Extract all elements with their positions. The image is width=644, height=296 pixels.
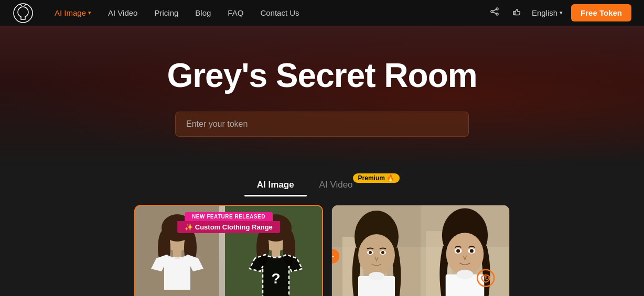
logo[interactable] xyxy=(13,3,34,24)
nav-item-faq[interactable]: FAQ xyxy=(228,8,243,17)
banner-top-label: NEW FEATURE RELEASED xyxy=(185,212,273,221)
token-input-wrapper xyxy=(175,112,469,137)
svg-point-45 xyxy=(456,249,460,253)
share-button[interactable] xyxy=(488,5,501,21)
tabs-section: AI Image AI Video Premium 🔥 NEW FEATURE … xyxy=(0,167,644,296)
language-selector[interactable]: English xyxy=(532,8,563,17)
hero-title: Grey's Secret Room xyxy=(167,56,477,95)
tab-ai-image[interactable]: AI Image xyxy=(244,176,307,196)
svg-text:↻: ↻ xyxy=(484,275,489,282)
svg-line-1 xyxy=(20,4,22,6)
tabs-bar: AI Image AI Video Premium 🔥 xyxy=(0,167,644,196)
like-button[interactable] xyxy=(510,5,523,21)
svg-text:?: ? xyxy=(271,270,280,287)
premium-badge: Premium 🔥 xyxy=(353,173,400,183)
banner-bottom-label: ✨ Custom Clothing Range xyxy=(177,221,280,233)
svg-point-4 xyxy=(491,10,493,13)
svg-point-46 xyxy=(470,249,474,253)
card-face-inner: → xyxy=(332,205,509,296)
svg-point-5 xyxy=(496,13,498,15)
nav-item-pricing[interactable]: Pricing xyxy=(154,8,178,17)
nav-item-ai-image[interactable]: AI Image xyxy=(55,8,91,17)
card-face: → xyxy=(331,205,510,296)
svg-point-3 xyxy=(496,8,498,10)
svg-point-42 xyxy=(446,233,484,276)
nav-links: AI Image AI Video Pricing Blog FAQ Conta… xyxy=(55,8,488,17)
card-face-before xyxy=(332,205,421,296)
svg-line-2 xyxy=(25,4,26,6)
card-clothing: NEW FEATURE RELEASED ✨ Custom Clothing R… xyxy=(134,205,323,296)
svg-line-6 xyxy=(493,9,496,11)
svg-line-7 xyxy=(493,12,496,14)
svg-point-36 xyxy=(369,272,384,280)
nav-right: English Free Token xyxy=(488,4,631,21)
feature-banner: NEW FEATURE RELEASED ✨ Custom Clothing R… xyxy=(177,212,280,233)
free-token-button[interactable]: Free Token xyxy=(571,4,631,21)
navbar: AI Image AI Video Pricing Blog FAQ Conta… xyxy=(0,0,644,26)
nav-item-contact-us[interactable]: Contact Us xyxy=(260,8,299,17)
tab-ai-video[interactable]: AI Video xyxy=(307,176,357,196)
nav-item-ai-video[interactable]: AI Video xyxy=(108,8,137,17)
token-input[interactable] xyxy=(175,112,469,137)
nav-item-blog[interactable]: Blog xyxy=(195,8,211,17)
card-face-after: ↻ xyxy=(421,205,509,296)
svg-point-30 xyxy=(358,234,395,276)
card-clothing-inner: NEW FEATURE RELEASED ✨ Custom Clothing R… xyxy=(135,206,322,296)
svg-point-34 xyxy=(381,251,384,254)
svg-point-33 xyxy=(369,251,372,254)
hero-section: Grey's Secret Room xyxy=(0,26,644,167)
svg-text:↗: ↗ xyxy=(256,293,265,296)
svg-point-48 xyxy=(457,270,474,279)
cards-row: NEW FEATURE RELEASED ✨ Custom Clothing R… xyxy=(0,196,644,296)
hero-content: Grey's Secret Room xyxy=(0,56,644,137)
